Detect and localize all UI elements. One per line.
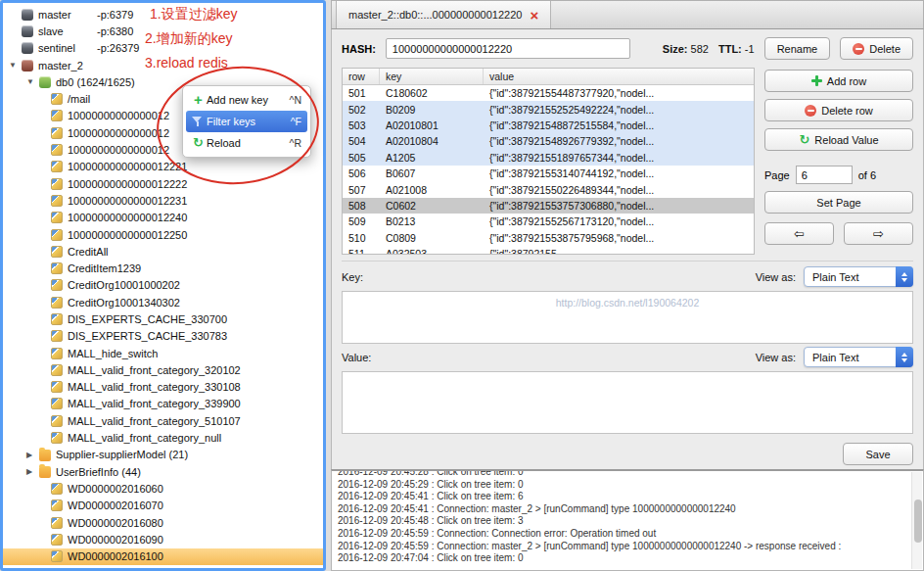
add-row-button[interactable]: Add row [764, 70, 913, 92]
table-row[interactable]: 511 A032503 {"id":38792155... [343, 246, 754, 255]
tree-item[interactable]: 10000000000000012240 [3, 210, 323, 226]
delete-key-button[interactable]: Delete [840, 37, 913, 60]
tree-item[interactable]: WD0000002016100 [3, 548, 323, 565]
key-label: Key: [342, 271, 363, 283]
log-scrollbar-thumb[interactable] [914, 500, 922, 544]
tree-item[interactable]: MALL_valid_front_category_510107 [3, 412, 323, 429]
cell-value: {"id":387921552567173120,"nodel... [484, 215, 754, 227]
expand-arrow-icon[interactable] [26, 77, 39, 86]
tree-item-icon [51, 550, 63, 562]
column-header-row[interactable]: row [343, 69, 380, 84]
value-view-as: View as: Plain Text [756, 347, 913, 367]
tree-item[interactable]: DIS_EXPERTS_CACHE_330700 [3, 310, 323, 327]
menu-item-label: Reload [207, 137, 281, 149]
annotation-step1: 1.设置过滤key [150, 6, 237, 24]
column-header-key[interactable]: key [380, 69, 484, 84]
cell-key: B0213 [380, 215, 484, 227]
key-name-input[interactable] [386, 38, 630, 59]
table-actions-panel: Add row Delete row Reload Value Page of … [764, 68, 913, 255]
tree-item-icon [51, 534, 63, 546]
page-input[interactable] [796, 166, 853, 184]
view-as-label: View as: [756, 271, 796, 283]
tree-item[interactable]: Supplier-supplierModel (21) [3, 447, 323, 463]
prev-page-button[interactable] [764, 222, 834, 245]
table-row[interactable]: 508 C0602 {"id":387921553757306880,"node… [343, 198, 754, 214]
context-menu-item[interactable]: Filter keys ^F [186, 111, 307, 132]
tree-context-menu: Add new key ^N Filter keys ^F Reload ^R [182, 85, 311, 158]
table-row[interactable]: 506 B0607 {"id":387921553140744192,"node… [343, 166, 754, 181]
tree-item[interactable]: MALL_valid_front_category_null [3, 429, 323, 446]
tree-item-label: DIS_EXPERTS_CACHE_330783 [68, 330, 227, 342]
table-row[interactable]: 507 A021008 {"id":387921550226489344,"no… [343, 181, 754, 197]
tree-item[interactable]: WD0000002016080 [3, 514, 323, 531]
tree-item-icon [51, 195, 63, 207]
tree-item[interactable]: CreditItem1239 [3, 260, 323, 276]
tab-close-icon[interactable] [530, 8, 538, 23]
table-row[interactable]: 502 B0209 {"id":387921552525492224,"node… [343, 101, 754, 117]
cell-key: A032503 [380, 248, 484, 255]
table-row[interactable]: 503 A02010801 {"id":387921548872515584,"… [343, 118, 754, 133]
table-row[interactable]: 509 B0213 {"id":387921552567173120,"node… [343, 214, 754, 229]
tree-item-icon [51, 212, 63, 223]
tree-item-icon [51, 297, 63, 309]
log-panel: 2016-12-09 20:45:28 : Click on tree item… [331, 469, 924, 571]
cell-value: {"id":38792155... [484, 248, 754, 255]
value-content-textarea[interactable] [342, 371, 913, 434]
table-row[interactable]: 510 C0809 {"id":387921553875795968,"node… [343, 230, 754, 246]
tree-item[interactable]: MALL_valid_front_category_339900 [3, 396, 323, 412]
tree-item-label: MALL_hide_switch [68, 348, 158, 359]
tree-item[interactable]: 10000000000000012231 [3, 192, 323, 209]
table-row[interactable]: 505 A1205 {"id":387921551897657344,"node… [343, 150, 754, 166]
rename-button[interactable]: Rename [764, 37, 831, 60]
log-lines: 2016-12-09 20:45:28 : Click on tree item… [338, 469, 907, 565]
tree-item[interactable]: WD0000002016070 [3, 498, 323, 514]
tree-item-icon [51, 127, 63, 139]
log-scrollbar[interactable] [911, 472, 922, 569]
tree-item[interactable]: MALL_hide_switch [3, 345, 323, 361]
table-row[interactable]: 501 C180602 {"id":387921554487377920,"no… [343, 85, 754, 101]
key-view-mode-select[interactable]: Plain Text [804, 266, 913, 287]
tree-item[interactable]: CreditOrg10001340302 [3, 294, 323, 310]
tree-item[interactable]: WD0000002016060 [3, 480, 323, 497]
reload-value-button[interactable]: Reload Value [764, 128, 913, 151]
next-page-button[interactable] [844, 222, 913, 245]
annotation-step3: 3.reload redis [145, 55, 228, 71]
expand-arrow-icon[interactable] [9, 61, 22, 70]
ttl-value: -1 [745, 43, 755, 55]
tree-item[interactable]: MALL_valid_front_category_320102 [3, 361, 323, 378]
tree-item-icon [51, 500, 63, 511]
page-label: Page [764, 169, 790, 181]
tree-item[interactable]: MALL_valid_front_category_330108 [3, 379, 323, 396]
cell-key: A02010801 [380, 119, 484, 131]
value-view-mode-select[interactable]: Plain Text [804, 347, 913, 367]
set-page-button[interactable]: Set Page [764, 191, 913, 214]
save-button[interactable]: Save [843, 443, 913, 465]
table-row[interactable]: 504 A02010804 {"id":387921548926779392,"… [343, 133, 754, 149]
context-menu-item[interactable]: Add new key ^N [186, 89, 307, 111]
column-header-value[interactable]: value [484, 69, 754, 84]
tree-item-label: 10000000000000012240 [68, 212, 187, 223]
tree-item-icon [51, 110, 63, 121]
cell-value: {"id":387921548926779392,"nodel... [484, 135, 754, 147]
tree-item[interactable]: DIS_EXPERTS_CACHE_330783 [3, 328, 323, 345]
tree-item-icon [51, 246, 63, 258]
delete-row-button[interactable]: Delete row [764, 99, 913, 121]
tree-item[interactable]: WD0000002016090 [3, 531, 323, 547]
tree-item[interactable]: CreditOrg10001000202 [3, 277, 323, 294]
tree-item[interactable]: UserBriefInfo (44) [3, 463, 323, 480]
context-menu-item[interactable]: Reload ^R [186, 132, 307, 154]
tree-item-icon [51, 432, 63, 444]
key-content-textarea[interactable]: http://blog.csdn.net/l190064202 [342, 291, 913, 344]
tree-item[interactable]: 10000000000000012221 [3, 159, 323, 175]
button-label: Reload Value [814, 134, 878, 146]
expand-arrow-icon[interactable] [26, 467, 39, 476]
tree-item[interactable]: 10000000000000012250 [3, 226, 323, 243]
tree-item[interactable]: 10000000000000012222 [3, 175, 323, 192]
cell-key: A1205 [380, 152, 484, 164]
tree-item-label: db0 (1624/1625) [56, 76, 135, 88]
expand-arrow-icon[interactable] [26, 451, 39, 459]
tree-item[interactable]: CreditAll [3, 243, 323, 260]
tab-key-editor[interactable]: master_2::db0::...000000000012220 [336, 1, 551, 28]
selected-view-mode: Plain Text [812, 271, 859, 283]
size-info: Size: 582 [663, 43, 709, 55]
